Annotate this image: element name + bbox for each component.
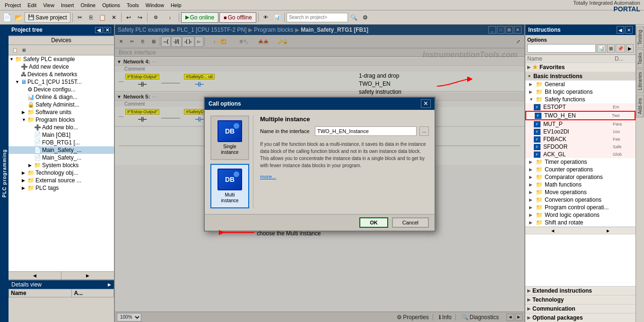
tree-item[interactable]: 📄 Main_Safety_... (9, 154, 114, 161)
instructions-search[interactable] (527, 44, 596, 53)
tree-item[interactable]: ▼ 📁 Program blocks (9, 116, 114, 124)
search-btn[interactable]: 🔍 (349, 12, 359, 23)
instr-nav-left[interactable]: ◀ (525, 227, 581, 234)
tree-item[interactable]: ▶ 📁 PLC tags (9, 184, 114, 192)
menu-online[interactable]: Online (78, 1, 98, 9)
paste-btn[interactable]: 📋 (97, 12, 108, 23)
section-optional-header[interactable]: ▶ Optional packages (525, 313, 635, 322)
tree-nav-right[interactable]: ▶ (61, 272, 114, 279)
instr-counter[interactable]: ▶ 📁 Counter operations (525, 166, 635, 173)
instr-comparator[interactable]: ▶ 📁 Comparator operations (525, 173, 635, 181)
tab-libraries[interactable]: Libraries (636, 69, 644, 93)
instr-nav-right[interactable]: ▶ (581, 227, 636, 234)
section-extended-header[interactable]: ▶ Extended instructions (525, 286, 635, 295)
instr-ack-gl[interactable]: F ACK_GL Glob (525, 151, 635, 158)
section-basic-header[interactable]: ▼ Basic instructions (525, 72, 635, 80)
tree-item[interactable]: 🔒 Safety Administ... (9, 101, 114, 108)
instr-shift-rotate[interactable]: ▶ 📁 Shift and rotate (525, 219, 635, 226)
menu-insert[interactable]: Insert (58, 1, 77, 9)
instr-mut-p[interactable]: F MUT_P Para (525, 120, 635, 128)
instr-math[interactable]: ▶ 📁 Math functions (525, 181, 635, 188)
instr-sfdoor[interactable]: F SFDOOR Safe (525, 143, 635, 151)
tree-item[interactable]: 📄 Main [OB1] (9, 131, 114, 139)
instr-estopt[interactable]: F ESTOPT Em (525, 103, 635, 111)
undo-btn[interactable]: ↩ (123, 12, 134, 23)
tab-addins[interactable]: Add-ins (636, 95, 644, 117)
tree-item[interactable]: ▶ 📁 System blocks (9, 161, 114, 169)
cut-btn[interactable]: ✂ (75, 12, 85, 23)
instr-safety-functions[interactable]: ▼ 📁 Safety functions (525, 96, 635, 103)
instr-pin-btn[interactable]: ◀ (617, 26, 624, 34)
search-input[interactable] (287, 13, 348, 22)
instr-general[interactable]: ▶ 📁 General (525, 80, 635, 88)
options-btn[interactable]: ⚙ (360, 12, 371, 23)
tab-testing[interactable]: Testing (636, 27, 644, 48)
modal-name-browse-btn[interactable]: … (419, 126, 429, 136)
left-panel: Project tree ◀ ✕ Devices 📋 ⊞ ▼ 📁 S (9, 25, 115, 322)
tab-tasks[interactable]: Tasks (636, 49, 644, 68)
tree-item[interactable]: ➕ Add new device (9, 63, 114, 71)
modal-close-btn[interactable]: ✕ (421, 99, 431, 108)
instr-timer[interactable]: ▶ 📁 Timer operations (525, 158, 635, 166)
tree-item[interactable]: 📄 Main_Safety_... (9, 146, 114, 154)
instr-pin2-btn[interactable]: 📌 (616, 44, 625, 53)
go-online-btn[interactable]: ▶ Go online (181, 12, 218, 23)
modal-more-link[interactable]: more... (260, 174, 429, 179)
tree-nav-left[interactable]: ◀ (9, 272, 61, 279)
menu-tools[interactable]: Tools (124, 1, 142, 9)
instr-expand-all-btn[interactable]: ⊞ (607, 44, 615, 53)
tree-pin-btn[interactable]: ◀ (95, 27, 103, 33)
section-favorites-header[interactable]: ▶ ★ Favorites (525, 63, 635, 72)
open-project-btn[interactable]: 📂 (13, 12, 24, 23)
tree-item[interactable]: ▼ 🖥 PLC_1 [CPU 1515T... (9, 78, 114, 86)
section-technology-header[interactable]: ▶ Technology (525, 295, 635, 304)
modal-ok-btn[interactable]: OK (359, 217, 388, 228)
multi-instance-option[interactable]: DB Multiinstance (210, 164, 249, 208)
tree-item[interactable]: ▶ 📁 Technology obj... (9, 169, 114, 177)
download-btn[interactable]: ↓ (164, 12, 177, 23)
delete-btn[interactable]: ✕ (109, 12, 119, 23)
instr-fdback[interactable]: F FDBACK Fee (525, 135, 635, 143)
instr-close-btn[interactable]: ✕ (625, 26, 633, 34)
menu-view[interactable]: View (40, 1, 57, 9)
tree-item[interactable]: ⚙ Device configu... (9, 86, 114, 93)
tree-btn2[interactable]: ⊞ (20, 46, 28, 54)
tree-item[interactable]: ▶ 📁 External source ... (9, 177, 114, 184)
tree-item[interactable]: 📄 FOB_RTG1 [... (9, 139, 114, 146)
instr-program-control[interactable]: ▶ 📁 Program control operati... (525, 204, 635, 211)
tree-close-btn[interactable]: ✕ (104, 27, 111, 33)
modal-cancel-btn[interactable]: Cancel (392, 217, 429, 228)
tree-item[interactable]: ▶ 📁 Software units (9, 108, 114, 116)
menu-edit[interactable]: Edit (25, 1, 39, 9)
details-expand[interactable]: ▶ (108, 282, 111, 287)
compile-btn[interactable]: ⚙ (149, 12, 163, 23)
tree-item[interactable]: 📊 Online & diagn... (9, 93, 114, 101)
monitor2-btn[interactable]: 📊 (272, 12, 282, 23)
menu-project[interactable]: Project (2, 1, 24, 9)
save-project-btn[interactable]: 💾 Save project (25, 12, 70, 23)
menu-help[interactable]: Help (168, 1, 184, 9)
copy-btn[interactable]: ⎘ (86, 12, 96, 23)
tree-btn1[interactable]: 📋 (10, 46, 19, 54)
tree-item[interactable]: ➕ Add new blo... (9, 124, 114, 131)
instr-bit-logic[interactable]: ▶ 📁 Bit logic operations (525, 88, 635, 96)
devices-tab[interactable]: Devices (9, 35, 114, 45)
instr-conversion[interactable]: ▶ 📁 Conversion operations (525, 196, 635, 204)
tree-item[interactable]: ▼ 📁 Safety PLC example (9, 55, 114, 63)
instr-two-h-en[interactable]: F TWO_H_EN Two (525, 111, 635, 120)
instr-move[interactable]: ▶ 📁 Move operations (525, 188, 635, 196)
instr-search-chart-btn[interactable]: 📊 (597, 44, 606, 53)
section-comm-header[interactable]: ▶ Communication (525, 304, 635, 313)
instr-ev1oo2di[interactable]: F EV1oo2DI 1oo (525, 128, 635, 135)
redo-btn[interactable]: ↪ (135, 12, 145, 23)
modal-name-input[interactable] (315, 126, 417, 136)
go-offline-btn[interactable]: ■ Go offline (219, 12, 256, 23)
tree-item[interactable]: 🖧 Devices & networks (9, 71, 114, 78)
instr-word-logic[interactable]: ▶ 📁 Word logic operations (525, 211, 635, 219)
menu-window[interactable]: Window (143, 1, 167, 9)
single-instance-option[interactable]: DB Singleinstance (210, 116, 249, 160)
menu-options[interactable]: Options (99, 1, 123, 9)
instr-arrow-btn[interactable]: ▶ (626, 44, 634, 53)
monitor1-btn[interactable]: 👁 (261, 12, 271, 23)
new-project-btn[interactable]: 📄 (2, 12, 12, 23)
